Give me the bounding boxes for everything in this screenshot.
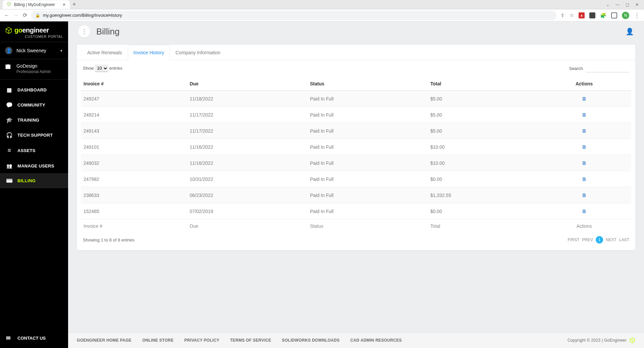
footer-link-terms[interactable]: TERMS OF SERVICE <box>230 338 271 343</box>
table-controls: Show 10 entries Search <box>77 60 635 74</box>
logo: goengineer CUSTOMER PORTAL <box>0 21 68 42</box>
building-icon <box>5 63 12 69</box>
extension-icon-1[interactable] <box>589 12 595 18</box>
footer-link-store[interactable]: ONLINE STORE <box>142 338 173 343</box>
table-row: 15248507/02/2019Paid In Full$0.00 <box>81 203 631 219</box>
pager-prev[interactable]: PREV <box>582 237 593 242</box>
extensions-icon[interactable]: 🧩 <box>600 12 606 18</box>
table-row: 24914311/17/2022Paid In Full$5.00 <box>81 123 631 139</box>
tab-active-renewals[interactable]: Active Renewals <box>82 45 128 60</box>
download-invoice-button[interactable] <box>537 123 631 139</box>
profile-avatar[interactable]: N <box>622 12 629 19</box>
pager-first[interactable]: FIRST <box>568 237 580 242</box>
pager-next[interactable]: NEXT <box>606 237 616 242</box>
cell-status: Paid In Full <box>307 91 428 107</box>
nav-label: TECH SUPPORT <box>17 133 53 138</box>
sidebar-item-billing[interactable]: BILLING <box>0 173 68 188</box>
browser-tab[interactable]: Billing | MyGoEngineer ✕ <box>3 0 70 9</box>
cell-due: 10/31/2022 <box>187 171 307 187</box>
table-row: 24798210/31/2022Paid In Full$0.00 <box>81 171 631 187</box>
tab-company-information[interactable]: Company Information <box>170 45 226 60</box>
url-box[interactable]: 🔒 my.goengineer.com/Billing/InvoiceHisto… <box>31 11 556 20</box>
sidebar-user[interactable]: 👤 Nick Sweeney ▼ <box>0 42 68 59</box>
users-icon <box>6 163 13 169</box>
close-icon[interactable]: ✕ <box>62 2 66 7</box>
dashboard-icon <box>6 87 13 93</box>
sidebar-item-manage-users[interactable]: MANAGE USERS <box>0 158 68 173</box>
footer-link-solidworks[interactable]: SOLIDWORKS DOWNLOADS <box>282 338 340 343</box>
cell-invoice: 249032 <box>81 155 187 171</box>
download-invoice-button[interactable] <box>537 203 631 219</box>
page-footer: GOENGINEER HOME PAGE ONLINE STORE PRIVAC… <box>68 332 644 348</box>
download-invoice-button[interactable] <box>537 187 631 203</box>
cell-invoice: 249247 <box>81 91 187 107</box>
share-icon[interactable]: ⇪ <box>560 12 565 18</box>
cell-invoice: 249214 <box>81 107 187 123</box>
sidebar: goengineer CUSTOMER PORTAL 👤 Nick Sweene… <box>0 21 68 348</box>
cell-status: Paid In Full <box>307 123 428 139</box>
logo-go: go <box>14 26 22 34</box>
logo-subtitle: CUSTOMER PORTAL <box>5 35 63 39</box>
footer-link-home[interactable]: GOENGINEER HOME PAGE <box>77 338 131 343</box>
logo-text: goengineer <box>14 26 49 34</box>
list-icon <box>6 147 13 154</box>
mail-icon <box>6 335 13 341</box>
pager-page-1[interactable]: 1 <box>596 236 603 243</box>
download-invoice-button[interactable] <box>537 171 631 187</box>
account-icon[interactable] <box>626 27 634 36</box>
sidebar-item-contact-us[interactable]: CONTACT US <box>0 330 68 348</box>
col-total[interactable]: Total <box>428 77 537 91</box>
sidebar-item-training[interactable]: TRAINING <box>0 113 68 128</box>
sidebar-item-dashboard[interactable]: DASHBOARD <box>0 82 68 97</box>
foot-invoice: Invoice # <box>81 219 187 233</box>
chevron-down-icon[interactable]: ⌄ <box>606 2 609 7</box>
sidebar-nav: DASHBOARD COMMUNITY TRAINING TECH SUPPOR… <box>0 80 68 330</box>
cell-total: $10.00 <box>428 139 537 155</box>
nav-label: TRAINING <box>17 118 39 123</box>
search-input[interactable] <box>586 64 629 72</box>
download-invoice-button[interactable] <box>537 139 631 155</box>
pager-last[interactable]: LAST <box>619 237 629 242</box>
bookmark-icon[interactable]: ☆ <box>570 12 574 18</box>
col-due[interactable]: Due <box>187 77 307 91</box>
logo-rest: engineer <box>22 26 49 34</box>
document-icon <box>582 176 587 182</box>
browser-tabs: Billing | MyGoEngineer ✕ + <box>0 0 601 9</box>
entries-select[interactable]: 10 <box>95 65 108 72</box>
maximize-button[interactable]: ▢ <box>626 2 629 7</box>
main: ⋮ Billing Active Renewals Invoice Histor… <box>68 21 644 348</box>
reload-button[interactable]: ⟳ <box>23 12 27 18</box>
download-invoice-button[interactable] <box>537 91 631 107</box>
col-status[interactable]: Status <box>307 77 428 91</box>
footer-link-cad[interactable]: CAD ADMIN RESOURCES <box>351 338 402 343</box>
new-tab-button[interactable]: + <box>72 1 76 8</box>
tab-favicon <box>7 2 11 7</box>
chat-icon <box>6 102 13 108</box>
cell-total: $1,332.55 <box>428 187 537 203</box>
sidebar-item-tech-support[interactable]: TECH SUPPORT <box>0 128 68 143</box>
sidebar-item-community[interactable]: COMMUNITY <box>0 97 68 113</box>
search-label: Search <box>569 66 583 71</box>
close-window-button[interactable]: ✕ <box>635 2 639 7</box>
invoice-table: Invoice # Due Status Total Actions 24924… <box>81 77 631 233</box>
forward-button[interactable]: → <box>13 12 19 18</box>
document-icon <box>582 112 587 118</box>
extension-icon-2[interactable] <box>611 12 617 18</box>
download-invoice-button[interactable] <box>537 155 631 171</box>
back-button[interactable]: ← <box>4 12 9 18</box>
user-name: Nick Sweeney <box>16 48 56 53</box>
minimize-button[interactable]: — <box>615 2 620 7</box>
download-invoice-button[interactable] <box>537 107 631 123</box>
more-button[interactable]: ⋮ <box>78 25 90 38</box>
cell-due: 06/23/2022 <box>187 187 307 203</box>
kebab-icon[interactable]: ⋮ <box>634 12 640 19</box>
cell-status: Paid In Full <box>307 171 428 187</box>
cell-due: 11/17/2022 <box>187 123 307 139</box>
footer-link-privacy[interactable]: PRIVACY POLICY <box>184 338 219 343</box>
main-header: ⋮ Billing <box>68 21 644 42</box>
sidebar-item-assets[interactable]: ASSETS <box>0 143 68 158</box>
tab-invoice-history[interactable]: Invoice History <box>128 45 170 60</box>
pdf-extension-icon[interactable]: ▲ <box>579 12 585 18</box>
cell-invoice: 247982 <box>81 171 187 187</box>
col-invoice[interactable]: Invoice # <box>81 77 187 91</box>
